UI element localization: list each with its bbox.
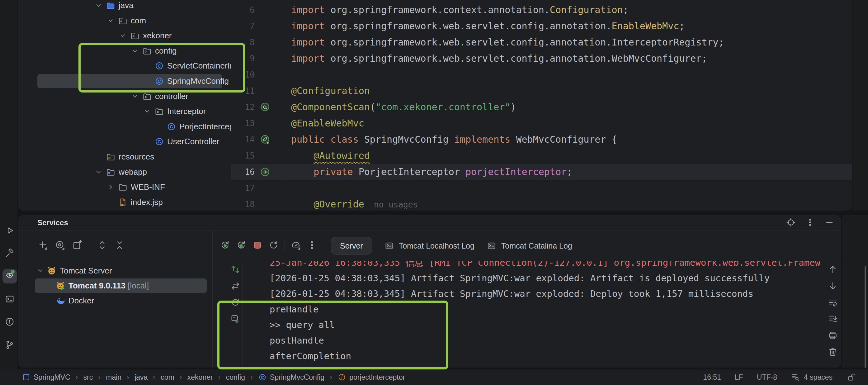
tree-item-servletcontainerinitco[interactable]: CServletContainerInitCo <box>18 58 231 73</box>
stripe-button-run[interactable] <box>2 223 17 238</box>
arrow-up-button[interactable] <box>828 264 838 275</box>
console-scrollbar-thumb[interactable] <box>865 266 866 368</box>
trash-button[interactable] <box>828 347 838 357</box>
expand-all-button[interactable] <box>97 240 107 250</box>
restart-button[interactable] <box>268 240 279 250</box>
tree-item-index-jsp[interactable]: JSPindex.jsp <box>18 195 231 210</box>
line-number[interactable]: 11 <box>231 83 255 99</box>
stripe-button-version-control[interactable] <box>2 338 17 352</box>
service-item-docker[interactable]: Docker <box>18 293 212 308</box>
breadcrumb-item-config[interactable]: config <box>226 373 245 382</box>
build-icon <box>5 248 14 258</box>
soft-wrap-button[interactable] <box>828 297 838 308</box>
status-caret-position[interactable]: 16:51 <box>703 373 721 382</box>
collapse-all-button[interactable] <box>114 240 125 250</box>
status-writable-lock[interactable] <box>846 373 856 382</box>
service-item-tomcat-server[interactable]: Tomcat Server <box>18 263 212 278</box>
status-label: UTF-8 <box>757 373 777 382</box>
breadcrumb-item-java[interactable]: java <box>134 373 148 382</box>
view-options-button[interactable] <box>55 240 65 250</box>
status-line-separator[interactable]: LF <box>735 373 743 382</box>
tree-item-com[interactable]: com <box>18 13 231 28</box>
line-number[interactable]: 15 <box>231 148 255 164</box>
line-number[interactable]: 8 <box>231 34 255 51</box>
line-number[interactable]: 13 <box>231 115 255 131</box>
print-button[interactable] <box>828 330 838 341</box>
chevron-down-icon[interactable] <box>131 47 139 55</box>
rerun-button[interactable] <box>220 240 230 250</box>
tree-item-xekoner[interactable]: xekoner <box>18 28 231 43</box>
tree-item-label: Interceptor <box>167 104 206 119</box>
breadcrumb-item-porjectinterceptor[interactable]: fporjectInterceptor <box>338 373 405 382</box>
spring-scan-icon[interactable] <box>260 101 271 113</box>
line-number[interactable]: 14 <box>231 131 255 148</box>
chevron-down-icon[interactable] <box>119 31 127 40</box>
stripe-button-services[interactable] <box>2 269 17 284</box>
breadcrumb-item-src[interactable]: src <box>84 373 93 382</box>
breadcrumb-item-springmvcconfig[interactable]: CSpringMvcConfig <box>258 373 324 382</box>
tree-item-springmvcconfig[interactable]: CSpringMvcConfig <box>18 73 231 89</box>
code-editor[interactable]: 6import org.springframework.context.anno… <box>231 0 852 211</box>
tab-server[interactable]: Server <box>331 237 372 255</box>
tree-item-config[interactable]: config <box>18 43 231 59</box>
add-button[interactable] <box>37 240 48 250</box>
breadcrumb-item-springmvc[interactable]: SpringMVC <box>22 373 70 382</box>
console-output[interactable]: 25-Jan-2026 16:38:03,335 信息 [RMI TCP Con… <box>243 261 834 367</box>
tree-item-usercontroller[interactable]: CUserController <box>18 134 231 149</box>
line-number[interactable]: 7 <box>231 18 255 34</box>
line-number[interactable]: 16 <box>231 164 255 180</box>
line-number[interactable]: 17 <box>231 180 255 196</box>
new-tab-button[interactable] <box>72 240 83 250</box>
tree-item-java[interactable]: java <box>18 0 231 13</box>
stripe-button-problems[interactable] <box>2 315 17 329</box>
tree-item-webapp[interactable]: webapp <box>18 165 231 180</box>
status-indent[interactable]: 4 spaces <box>791 373 833 382</box>
chevron-down-icon[interactable] <box>106 17 115 25</box>
class-icon: C <box>154 76 164 86</box>
breadcrumb-item-xekoner[interactable]: xekoner <box>187 373 213 382</box>
spring-wire-icon[interactable] <box>260 166 271 178</box>
refresh-button[interactable] <box>230 297 241 308</box>
kebab-button[interactable] <box>307 240 317 250</box>
kebab-icon[interactable] <box>805 217 815 227</box>
scroll-end-button[interactable] <box>828 314 838 324</box>
service-item-tomcat-9-0-113[interactable]: Tomcat 9.0.113 [local] <box>18 278 212 293</box>
move-bottom-button[interactable] <box>230 314 241 324</box>
crosshair-icon[interactable] <box>786 217 796 227</box>
breadcrumb-item-com[interactable]: com <box>161 373 174 382</box>
line-number[interactable]: 9 <box>231 51 255 67</box>
tab-tomcat-localhost-log[interactable]: Tomcat Localhost Log <box>384 241 474 250</box>
chevron-down-icon[interactable] <box>143 107 151 116</box>
chevron-down-icon[interactable] <box>94 1 103 10</box>
chevron-down-icon[interactable] <box>36 267 44 275</box>
line-number[interactable]: 18 <box>231 196 255 211</box>
tree-item-porjectinterceptor[interactable]: CPorjectInterceptor <box>18 119 231 134</box>
status-encoding[interactable]: UTF-8 <box>757 373 777 382</box>
stripe-button-terminal[interactable] <box>2 292 17 306</box>
line-number[interactable]: 10 <box>231 67 255 83</box>
breadcrumb-item-main[interactable]: main <box>106 373 121 382</box>
line-number[interactable]: 6 <box>231 2 255 18</box>
tree-item-interceptor[interactable]: Interceptor <box>18 104 231 119</box>
gauge-button[interactable] <box>290 240 301 250</box>
tree-item-controller[interactable]: controller <box>18 89 231 104</box>
line-number[interactable]: 12 <box>231 99 255 115</box>
jsp-icon: JSP <box>118 198 128 207</box>
stop-button[interactable] <box>252 240 263 250</box>
spring-bean-icon[interactable] <box>260 134 271 145</box>
kebab-glyph <box>805 217 815 227</box>
arrow-down-button[interactable] <box>828 280 838 291</box>
updown-arrows-button[interactable] <box>230 264 241 275</box>
chevron-down-icon[interactable] <box>94 168 103 176</box>
minimize-icon[interactable] <box>825 217 834 227</box>
rerun-debug-button[interactable] <box>236 240 247 250</box>
updown-arrows-icon <box>230 264 241 275</box>
chevron-right-icon[interactable] <box>106 183 115 191</box>
swap-arrows-button[interactable] <box>230 280 241 291</box>
tree-item-resources[interactable]: resources <box>18 149 231 165</box>
tab-tomcat-catalina-log[interactable]: Tomcat Catalina Log <box>487 241 572 250</box>
stripe-button-build[interactable] <box>2 246 17 260</box>
chevron-down-icon[interactable] <box>131 92 139 100</box>
code-text: @ComponentScan("com.xekoner.controller") <box>291 99 516 115</box>
tree-item-web-inf[interactable]: WEB-INF <box>18 179 231 195</box>
